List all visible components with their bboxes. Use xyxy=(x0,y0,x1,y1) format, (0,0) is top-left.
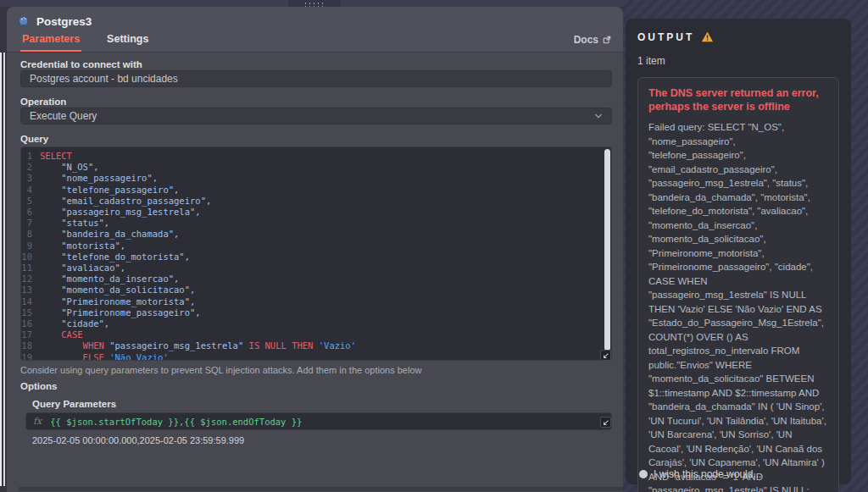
credential-select[interactable]: Postgres account - bd uncidades xyxy=(20,70,612,87)
sql-line: 6 "passageiro_msg_1estrela", xyxy=(21,207,611,218)
smiley-icon xyxy=(638,469,648,479)
output-panel: OUTPUT 1 item The DNS server returned an… xyxy=(623,0,868,492)
query-label: Query xyxy=(20,134,48,144)
expression-result: 2025-02-05 00:00:00.000,2025-02-05 23:59… xyxy=(32,435,244,445)
sql-line: 11 "avaliacao", xyxy=(21,263,611,274)
sql-line: 12 "momento_da_insercao", xyxy=(21,274,611,285)
postgres-icon xyxy=(17,15,30,28)
query-parameters-label: Query Parameters xyxy=(32,399,116,409)
credential-label: Credential to connect with xyxy=(20,59,142,69)
external-link-icon xyxy=(603,36,611,44)
input-panel-edge[interactable] xyxy=(0,7,7,492)
canvas-top-strip xyxy=(0,0,623,7)
chevron-down-icon xyxy=(594,112,603,120)
error-title: The DNS server returned an error, perhap… xyxy=(648,86,828,113)
options-label: Options xyxy=(20,381,57,391)
sql-line: 1SELECT xyxy=(21,151,611,162)
items-count: 1 item xyxy=(637,55,839,67)
sql-injection-notice: Consider using query parameters to preve… xyxy=(20,365,421,375)
sql-editor[interactable]: 1SELECT2 "N_OS",3 "nome_passageiro",4 "t… xyxy=(20,146,612,361)
sql-line: 10 "telefone_do_motorista", xyxy=(21,252,611,263)
docs-link[interactable]: Docs xyxy=(574,34,611,46)
expression-fx-icon: fx xyxy=(33,416,42,427)
sql-line: 14 "Primeironome_motorista", xyxy=(21,296,611,307)
sql-line: 16 "cidade", xyxy=(21,318,611,329)
sql-line: 4 "telefone_passageiro", xyxy=(21,185,611,196)
sql-line: 8 "bandeira_da_chamada", xyxy=(21,229,611,240)
output-card: OUTPUT 1 item The DNS server returned an… xyxy=(626,19,851,484)
expand-expression-button[interactable] xyxy=(600,417,611,428)
expression-value: {{ $json.startOfToday }},{{ $json.endOfT… xyxy=(50,417,302,427)
tabs-bar: Parameters Settings Docs xyxy=(7,30,623,53)
node-feedback-link[interactable]: I wish this node would... xyxy=(638,468,761,480)
sql-line: 3 "nome_passageiro", xyxy=(21,173,611,184)
tab-settings[interactable]: Settings xyxy=(105,30,150,52)
sql-line: 17 CASE xyxy=(21,329,611,340)
sql-line: 18 WHEN "passageiro_msg_1estrela" IS NUL… xyxy=(21,340,611,351)
expand-editor-button[interactable] xyxy=(600,350,611,361)
error-body: Failed query: SELECT "N_OS", "nome_passa… xyxy=(648,120,828,492)
sql-line: 9 "motorista", xyxy=(21,240,611,252)
sql-line: 2 "N_OS", xyxy=(21,162,611,173)
parameters-pane: Credential to connect with Postgres acco… xyxy=(7,53,623,491)
error-message-box: The DNS server returned an error, perhap… xyxy=(637,77,839,492)
operation-label: Operation xyxy=(20,97,66,107)
output-title: OUTPUT xyxy=(637,31,694,43)
tab-parameters[interactable]: Parameters xyxy=(20,30,81,52)
sql-code: 1SELECT2 "N_OS",3 "nome_passageiro",4 "t… xyxy=(21,147,611,361)
node-header: Postgres3 xyxy=(7,7,623,30)
editor-scrollbar[interactable] xyxy=(604,149,610,351)
node-detail-view: Postgres3 Parameters Settings Docs Crede… xyxy=(7,7,623,492)
sql-line: 15 "Primeironome_passageiro", xyxy=(21,307,611,318)
sql-line: 13 "momento_da_solicitacao", xyxy=(21,285,611,296)
node-title: Postgres3 xyxy=(36,15,92,28)
sql-line: 5 "email_cadastro_passageiro", xyxy=(21,196,611,207)
warning-icon xyxy=(701,30,714,43)
query-parameters-input[interactable]: fx {{ $json.startOfToday }},{{ $json.end… xyxy=(25,412,612,430)
operation-select[interactable]: Execute Query xyxy=(20,108,612,124)
sql-line: 7 "status", xyxy=(21,218,611,229)
sql-line: 19 ELSE 'Não Vazio' xyxy=(21,352,611,361)
